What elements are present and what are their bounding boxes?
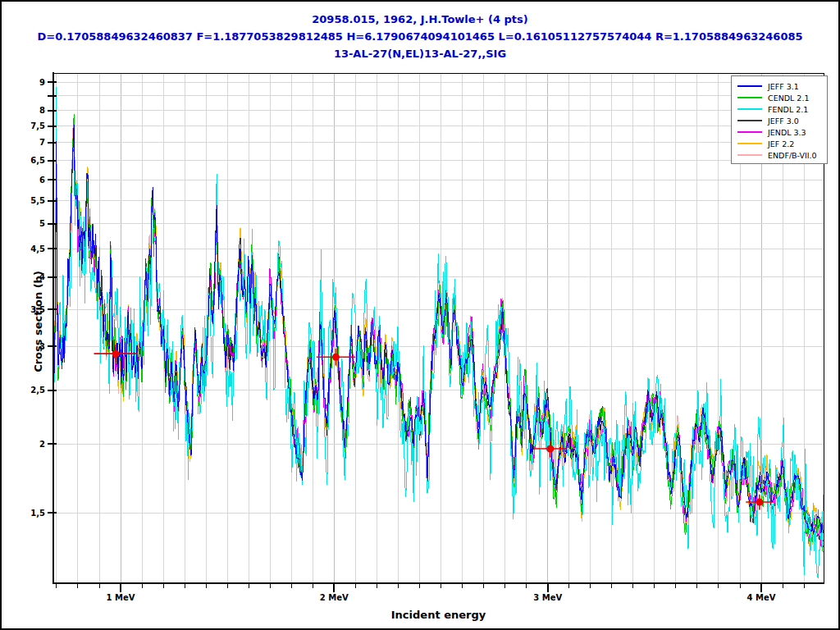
y-tick-label: 9 bbox=[39, 78, 45, 87]
cross-section-chart[interactable]: 987,576,565,554,543,532,521,51 MeV2 MeV3… bbox=[2, 2, 840, 630]
y-tick-label: 6 bbox=[39, 176, 45, 185]
legend-item-jendl-3-3: JENDL 3.3 bbox=[737, 126, 827, 138]
y-tick-label: 8 bbox=[39, 106, 45, 115]
legend-label: JEFF 3.1 bbox=[768, 82, 799, 91]
x-tick-label: 4 MeV bbox=[747, 593, 776, 602]
legend-label: JEFF 3.0 bbox=[768, 116, 799, 126]
legend: JEFF 3.1CENDL 2.1FENDL 2.1JEFF 3.0JENDL … bbox=[731, 75, 828, 164]
x-axis-title: Incident energy bbox=[53, 609, 824, 621]
janis-cross-section-plot-window: 20958.015, 1962, J.H.Towle+ (4 pts) D=0.… bbox=[0, 0, 840, 630]
legend-color-sample bbox=[737, 120, 762, 121]
legend-item-jeff-3-0: JEFF 3.0 bbox=[737, 115, 827, 126]
legend-label: ENDF/B-VII.0 bbox=[768, 151, 817, 160]
legend-color-sample bbox=[737, 108, 762, 110]
y-tick-label: 1,5 bbox=[30, 509, 45, 518]
y-tick-label: 2,5 bbox=[30, 386, 45, 395]
legend-item-fendl-2-1: FENDL 2.1 bbox=[737, 103, 827, 115]
legend-color-sample bbox=[737, 154, 762, 156]
y-tick-label: 2 bbox=[39, 440, 45, 449]
x-tick-label: 1 MeV bbox=[107, 593, 135, 602]
legend-item-endf-b-vii-0: ENDF/B-VII.0 bbox=[737, 149, 827, 161]
legend-color-sample bbox=[737, 131, 762, 133]
legend-item-jeff-3-1: JEFF 3.1 bbox=[737, 80, 827, 92]
legend-label: JEF 2.2 bbox=[768, 139, 794, 148]
y-tick-label: 5 bbox=[39, 219, 45, 228]
legend-color-sample bbox=[737, 97, 762, 98]
y-tick-label: 6,5 bbox=[30, 156, 45, 165]
y-tick-label: 5,5 bbox=[30, 196, 45, 205]
y-axis-title: Cross section (b) bbox=[32, 271, 44, 372]
legend-item-cendl-2-1: CENDL 2.1 bbox=[737, 92, 827, 103]
legend-color-sample bbox=[737, 85, 762, 87]
y-tick-label: 7 bbox=[39, 138, 45, 147]
legend-label: CENDL 2.1 bbox=[768, 94, 809, 103]
legend-label: FENDL 2.1 bbox=[768, 105, 808, 114]
x-tick-label: 3 MeV bbox=[533, 593, 562, 602]
y-tick-label: 4,5 bbox=[30, 244, 45, 253]
x-tick-label: 2 MeV bbox=[320, 593, 349, 602]
legend-label: JENDL 3.3 bbox=[768, 128, 806, 137]
legend-item-jef-2-2: JEF 2.2 bbox=[737, 138, 827, 149]
y-tick-label: 7,5 bbox=[30, 121, 45, 130]
legend-color-sample bbox=[737, 143, 762, 144]
